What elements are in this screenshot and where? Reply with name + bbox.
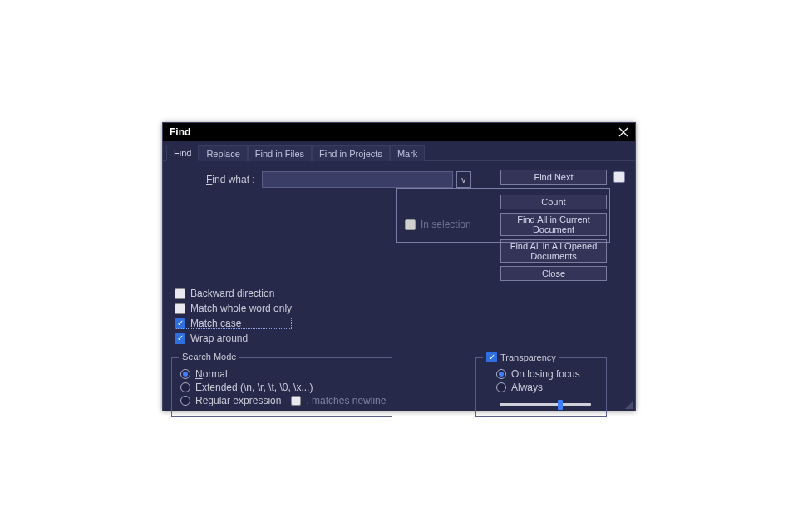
transparency-slider[interactable] bbox=[500, 398, 591, 410]
match-case-option[interactable]: Match case bbox=[175, 318, 292, 329]
tab-find-in-files[interactable]: Find in Files bbox=[248, 145, 312, 161]
mode-normal-option[interactable]: Normal bbox=[180, 368, 383, 380]
search-mode-fieldset: Search Mode Normal Extended (\n, \r, \t,… bbox=[171, 357, 392, 417]
tab-find[interactable]: Find bbox=[166, 145, 199, 161]
trans-losing-focus-label: On losing focus bbox=[511, 368, 580, 380]
mode-extended-label: Extended (\n, \r, \t, \0, \x...) bbox=[195, 382, 313, 393]
in-selection-label: In selection bbox=[421, 219, 471, 230]
transparency-fieldset: Transparency On losing focus Always bbox=[475, 357, 607, 417]
mode-extended-radio[interactable] bbox=[180, 382, 190, 392]
titlebar[interactable]: Find bbox=[163, 123, 635, 141]
resize-grip-icon[interactable] bbox=[623, 399, 633, 409]
transparency-checkbox[interactable] bbox=[486, 352, 497, 362]
mode-normal-label: Normal bbox=[195, 368, 228, 380]
whole-word-option[interactable]: Match whole word only bbox=[175, 303, 292, 314]
backward-option[interactable]: Backward direction bbox=[175, 288, 292, 299]
mode-normal-radio[interactable] bbox=[180, 369, 190, 379]
search-mode-legend: Search Mode bbox=[179, 352, 239, 362]
backward-label: Backward direction bbox=[190, 288, 274, 299]
slider-track bbox=[500, 403, 591, 406]
trans-always-label: Always bbox=[511, 382, 543, 393]
trans-always-radio[interactable] bbox=[496, 382, 506, 392]
dialog-body: Find what : v Find Next Count Find All i… bbox=[163, 161, 635, 411]
find-dialog: Find Find Replace Find in Files Find in … bbox=[162, 122, 636, 411]
tab-replace[interactable]: Replace bbox=[199, 145, 247, 161]
transparency-legend[interactable]: Transparency bbox=[483, 352, 559, 362]
tab-bar: Find Replace Find in Files Find in Proje… bbox=[163, 141, 635, 161]
backward-checkbox[interactable] bbox=[175, 288, 185, 299]
mode-regex-option[interactable]: Regular expression . matches newline bbox=[180, 395, 383, 406]
trans-losing-focus-option[interactable]: On losing focus bbox=[496, 368, 598, 380]
wrap-around-option[interactable]: Wrap around bbox=[175, 332, 292, 344]
find-what-input[interactable] bbox=[262, 171, 453, 188]
slider-thumb[interactable] bbox=[558, 400, 563, 410]
trans-always-option[interactable]: Always bbox=[496, 382, 598, 393]
trans-losing-focus-radio[interactable] bbox=[496, 369, 506, 379]
match-case-checkbox[interactable] bbox=[175, 318, 185, 329]
tab-mark[interactable]: Mark bbox=[390, 145, 425, 161]
pin-toggle[interactable] bbox=[613, 171, 625, 183]
whole-word-checkbox[interactable] bbox=[175, 303, 185, 314]
mode-extended-option[interactable]: Extended (\n, \r, \t, \0, \x...) bbox=[180, 382, 383, 393]
find-what-history-dropdown[interactable]: v bbox=[456, 171, 471, 188]
matches-newline-checkbox bbox=[291, 396, 301, 406]
search-options-group: Backward direction Match whole word only… bbox=[175, 288, 292, 344]
wrap-around-checkbox[interactable] bbox=[175, 333, 185, 344]
in-selection-checkbox bbox=[405, 219, 416, 230]
matches-newline-label: . matches newline bbox=[306, 395, 386, 406]
match-case-label: Match case bbox=[190, 318, 241, 329]
selection-scope-frame: In selection bbox=[396, 188, 610, 243]
find-what-label: Find what : bbox=[206, 174, 259, 185]
mode-regex-label: Regular expression bbox=[195, 395, 281, 406]
close-icon[interactable] bbox=[615, 124, 632, 140]
tab-find-in-projects[interactable]: Find in Projects bbox=[312, 145, 390, 161]
close-button[interactable]: Close bbox=[500, 266, 607, 281]
dialog-title: Find bbox=[170, 126, 190, 138]
find-next-button[interactable]: Find Next bbox=[500, 170, 607, 185]
wrap-around-label: Wrap around bbox=[190, 332, 248, 344]
whole-word-label: Match whole word only bbox=[190, 303, 292, 314]
mode-regex-radio[interactable] bbox=[180, 396, 190, 406]
in-selection-option: In selection bbox=[405, 219, 471, 230]
find-all-opened-button[interactable]: Find All in All Opened Documents bbox=[500, 239, 607, 263]
